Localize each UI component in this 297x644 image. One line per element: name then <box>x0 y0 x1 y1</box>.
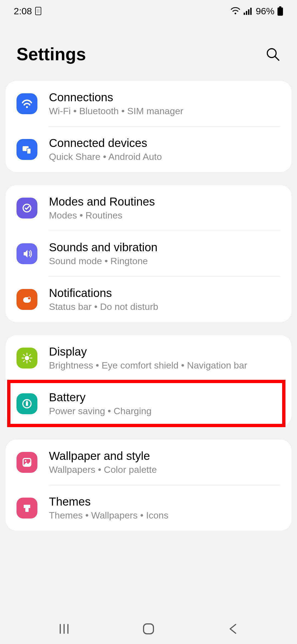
recents-button[interactable] <box>56 621 72 637</box>
svg-rect-5 <box>248 9 249 15</box>
battery-icon <box>277 6 283 16</box>
page-header: Settings <box>0 22 297 81</box>
settings-item-sounds-vibration[interactable]: Sounds and vibrationSound mode • Rington… <box>6 231 292 276</box>
status-time: 2:08 <box>14 6 32 17</box>
svg-rect-8 <box>277 7 283 16</box>
settings-item-title: Notifications <box>49 286 280 300</box>
svg-point-16 <box>28 297 31 300</box>
settings-item-subtitle: Wallpapers • Color palette <box>49 464 280 475</box>
svg-line-25 <box>29 354 31 356</box>
home-button[interactable] <box>140 621 157 637</box>
modes-routines-icon <box>16 198 37 219</box>
svg-rect-13 <box>27 148 31 154</box>
settings-item-subtitle: Quick Share • Android Auto <box>49 151 280 162</box>
home-icon <box>142 622 155 635</box>
signal-icon <box>244 7 253 15</box>
svg-rect-27 <box>26 402 28 406</box>
page-title: Settings <box>16 44 86 64</box>
back-icon <box>227 623 238 635</box>
settings-item-subtitle: Status bar • Do not disturb <box>49 301 280 312</box>
svg-rect-1 <box>37 9 40 13</box>
settings-item-title: Sounds and vibration <box>49 241 280 254</box>
settings-item-modes-routines[interactable]: Modes and RoutinesModes • Routines <box>6 185 292 231</box>
settings-group: ConnectionsWi-Fi • Bluetooth • SIM manag… <box>6 81 292 172</box>
svg-point-2 <box>235 13 236 14</box>
settings-group: Modes and RoutinesModes • RoutinesSounds… <box>6 185 292 322</box>
recents-icon <box>58 623 70 635</box>
status-bar: 2:08 96% <box>0 0 297 22</box>
settings-item-subtitle: Themes • Wallpapers • Icons <box>49 510 280 521</box>
wifi-icon <box>230 7 241 15</box>
settings-group: DisplayBrightness • Eye comfort shield •… <box>6 335 292 426</box>
back-button[interactable] <box>225 621 241 637</box>
search-icon <box>266 47 280 61</box>
connected-devices-icon <box>16 139 37 160</box>
settings-item-subtitle: Modes • Routines <box>49 210 280 221</box>
settings-group: Wallpaper and styleWallpapers • Color pa… <box>6 440 292 531</box>
settings-item-title: Battery <box>49 391 280 404</box>
search-button[interactable] <box>265 47 280 62</box>
system-navbar <box>0 614 297 644</box>
settings-item-connections[interactable]: ConnectionsWi-Fi • Bluetooth • SIM manag… <box>6 81 292 126</box>
connections-icon <box>16 93 37 114</box>
svg-rect-34 <box>144 624 153 634</box>
svg-rect-3 <box>244 13 245 15</box>
svg-line-22 <box>23 354 24 356</box>
svg-point-17 <box>25 356 29 360</box>
settings-item-battery[interactable]: BatteryPower saving • Charging <box>6 381 292 426</box>
svg-line-23 <box>29 361 31 362</box>
settings-item-title: Themes <box>49 495 280 508</box>
settings-item-subtitle: Power saving • Charging <box>49 406 280 416</box>
settings-item-themes[interactable]: ThemesThemes • Wallpapers • Icons <box>6 485 292 531</box>
display-icon <box>16 348 37 369</box>
svg-line-10 <box>275 56 279 60</box>
settings-item-title: Display <box>49 345 280 358</box>
settings-item-wallpaper-style[interactable]: Wallpaper and styleWallpapers • Color pa… <box>6 440 292 485</box>
settings-item-notifications[interactable]: NotificationsStatus bar • Do not disturb <box>6 277 292 322</box>
settings-item-display[interactable]: DisplayBrightness • Eye comfort shield •… <box>6 335 292 381</box>
settings-item-title: Connected devices <box>49 137 280 150</box>
svg-rect-4 <box>246 11 247 15</box>
battery-pct: 96% <box>256 6 274 17</box>
sounds-vibration-icon <box>16 243 37 264</box>
sim-icon <box>35 7 41 15</box>
settings-item-title: Wallpaper and style <box>49 449 280 463</box>
svg-point-11 <box>26 106 28 108</box>
svg-point-30 <box>25 460 26 462</box>
battery-icon <box>16 393 37 414</box>
wallpaper-style-icon <box>16 452 37 473</box>
svg-rect-7 <box>279 6 281 7</box>
svg-rect-6 <box>250 8 252 15</box>
themes-icon <box>16 498 37 519</box>
settings-item-title: Modes and Routines <box>49 195 280 208</box>
settings-item-subtitle: Wi-Fi • Bluetooth • SIM manager <box>49 106 280 116</box>
svg-rect-28 <box>26 401 28 402</box>
settings-item-subtitle: Brightness • Eye comfort shield • Naviga… <box>49 360 280 371</box>
settings-item-title: Connections <box>49 91 280 104</box>
settings-item-subtitle: Sound mode • Ringtone <box>49 256 280 266</box>
settings-item-connected-devices[interactable]: Connected devicesQuick Share • Android A… <box>6 127 292 172</box>
svg-line-24 <box>23 361 24 362</box>
notifications-icon <box>16 289 37 310</box>
